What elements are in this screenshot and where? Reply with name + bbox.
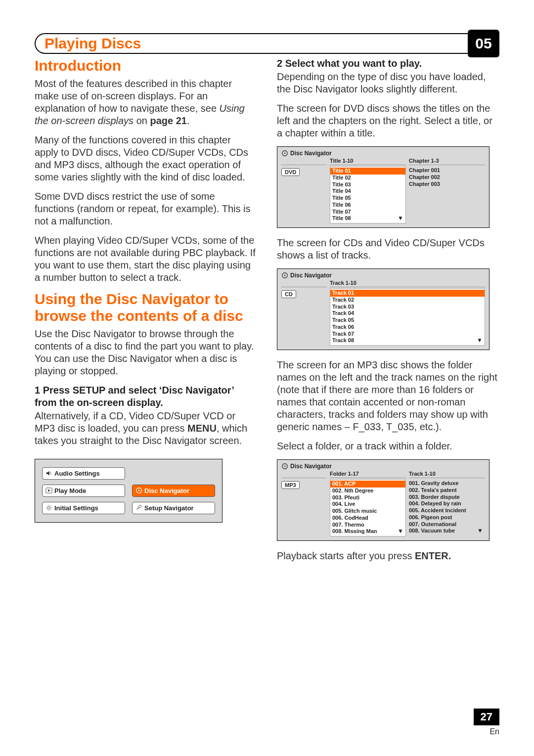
mp3-paragraph-1: The screen for an MP3 disc shows the fol… — [277, 359, 499, 433]
mp3-tag: MP3 — [281, 481, 300, 489]
cd-navigator-screenshot: Disc Navigator CD Track 1-10 Track 01 Tr… — [277, 268, 490, 350]
list-item: Track 08 — [332, 337, 483, 344]
mp3-paragraph-2: Select a folder, or a track within a fol… — [277, 440, 499, 452]
svg-point-9 — [284, 466, 286, 467]
chapter-column-header: Chapter 1-3 — [409, 158, 485, 165]
wrench-icon — [135, 504, 142, 511]
list-item: 005. Glitch music — [332, 508, 403, 515]
heading-introduction: Introduction — [35, 57, 257, 75]
list-item: Track 05 — [332, 317, 483, 324]
menu-audio-settings: Audio Settings — [42, 467, 125, 480]
folder-column-header: Folder 1-17 — [330, 471, 406, 478]
speaker-icon — [45, 470, 52, 477]
list-item: 004. Delayed by rain — [409, 500, 485, 507]
track-column-header: Track 1-10 — [330, 280, 485, 287]
title-list: Title 01 Title 02 Title 03 Title 04 Titl… — [330, 166, 406, 223]
step-2-body-1: Depending on the type of disc you have l… — [277, 71, 499, 95]
nav-paragraph-1: Use the Disc Navigator to browse through… — [35, 328, 257, 377]
mp3-track-list: 001. Gravity deluxe 002. Tesla's patent … — [409, 479, 485, 535]
menu-initial-settings: Initial Settings — [42, 502, 125, 514]
list-item: Title 04 — [332, 188, 403, 195]
list-item: Title 05 — [332, 195, 403, 202]
intro-paragraph-2: Many of the functions covered in this ch… — [35, 134, 257, 183]
list-item: 008. Missing Man — [332, 528, 403, 535]
page-number: 27 — [474, 709, 499, 725]
list-item: Title 01 — [330, 168, 405, 175]
list-item: Title 08 — [332, 215, 403, 222]
list-item: Chapter 001 — [409, 167, 485, 174]
step-1-body: Alternatively, if a CD, Video CD/Super V… — [35, 410, 257, 447]
svg-point-5 — [284, 153, 286, 154]
arrow-down-icon: ▼ — [398, 528, 403, 535]
cd-paragraph: The screen for CDs and Video CD/Super VC… — [277, 237, 499, 262]
list-item: 004. Live — [332, 501, 403, 508]
title-column-header: Title 1-10 — [330, 158, 406, 165]
list-item: Title 07 — [332, 209, 403, 216]
list-item: Title 03 — [332, 181, 403, 188]
list-item: 006. CodHead — [332, 515, 403, 522]
chapter-number-badge: 05 — [468, 30, 499, 57]
list-item: 008. Vacuum tube — [409, 528, 485, 534]
list-item: Track 07 — [332, 331, 483, 338]
list-item: Track 02 — [332, 297, 483, 304]
list-item: 003. Pfeuti — [332, 494, 403, 501]
list-item: 006. Pigeon post — [409, 514, 485, 521]
page-header: Playing Discs 05 — [35, 30, 499, 57]
svg-point-2 — [138, 490, 140, 491]
intro-paragraph-3: Some DVD discs restrict the use of some … — [35, 190, 257, 227]
disc-icon — [281, 272, 288, 279]
list-item: 007. Thermo — [332, 522, 403, 529]
play-icon — [45, 487, 52, 494]
gear-icon — [45, 504, 52, 511]
list-item: Title 02 — [332, 175, 403, 181]
cd-tag: CD — [281, 290, 296, 298]
intro-paragraph-4: When playing Video CD/Super VCDs, some o… — [35, 234, 257, 284]
list-item: Track 01 — [330, 290, 485, 297]
step-1: 1 Press SETUP and select ‘Disc Navigator… — [35, 384, 257, 409]
page-footer: 27 En — [474, 709, 499, 736]
menu-disc-navigator: Disc Navigator — [132, 485, 215, 497]
list-item: 003. Border dispute — [409, 494, 485, 501]
dvd-navigator-screenshot: Disc Navigator DVD Title 1-10 Title 01 T… — [277, 146, 490, 228]
setup-menu-screenshot: Audio Settings Play Mode Disc Navigator — [35, 459, 222, 523]
disc-icon — [281, 463, 288, 470]
enter-paragraph: Playback starts after you press ENTER. — [277, 550, 499, 562]
disc-icon — [281, 150, 288, 157]
list-item: 001. ACP — [330, 481, 405, 488]
list-item: 002. Nth Degree — [332, 488, 403, 494]
menu-play-mode: Play Mode — [42, 485, 125, 497]
mp3-navigator-screenshot: Disc Navigator MP3 Folder 1-17 001. ACP … — [277, 459, 490, 541]
list-item: Track 04 — [332, 310, 483, 317]
folder-list: 001. ACP 002. Nth Degree 003. Pfeuti 004… — [330, 479, 406, 536]
step-2-body-2: The screen for DVD discs shows the title… — [277, 102, 499, 139]
list-item: Chapter 003 — [409, 181, 485, 188]
intro-paragraph-1: Most of the features described in this c… — [35, 78, 257, 127]
right-column: 2 Select what you want to play. Dependin… — [277, 57, 499, 569]
arrow-down-icon: ▼ — [398, 215, 403, 222]
list-item: Title 06 — [332, 202, 403, 209]
language-label: En — [474, 727, 499, 736]
dvd-tag: DVD — [281, 168, 300, 176]
list-item: Chapter 002 — [409, 174, 485, 181]
svg-point-3 — [47, 506, 50, 509]
arrow-down-icon: ▼ — [477, 337, 483, 344]
step-2: 2 Select what you want to play. — [277, 57, 499, 70]
list-item: Track 03 — [332, 304, 483, 311]
track-column-header: Track 1-10 — [409, 471, 485, 478]
list-item: 007. Outernational — [409, 521, 485, 528]
chapter-list: Chapter 001 Chapter 002 Chapter 003 — [409, 166, 485, 216]
arrow-down-icon: ▼ — [477, 527, 483, 534]
list-item: 005. Accident Incident — [409, 507, 485, 514]
list-item: Track 06 — [332, 324, 483, 331]
menu-setup-navigator: Setup Navigator — [132, 502, 215, 514]
chapter-title: Playing Discs — [44, 35, 145, 52]
track-list: Track 01 Track 02 Track 03 Track 04 Trac… — [330, 288, 485, 346]
list-item: 001. Gravity deluxe — [409, 480, 485, 487]
list-item: 002. Tesla's patent — [409, 487, 485, 494]
heading-disc-navigator: Using the Disc Navigator to browse the c… — [35, 291, 257, 325]
left-column: Introduction Most of the features descri… — [35, 57, 257, 569]
svg-point-7 — [284, 275, 286, 276]
disc-icon — [135, 487, 142, 494]
